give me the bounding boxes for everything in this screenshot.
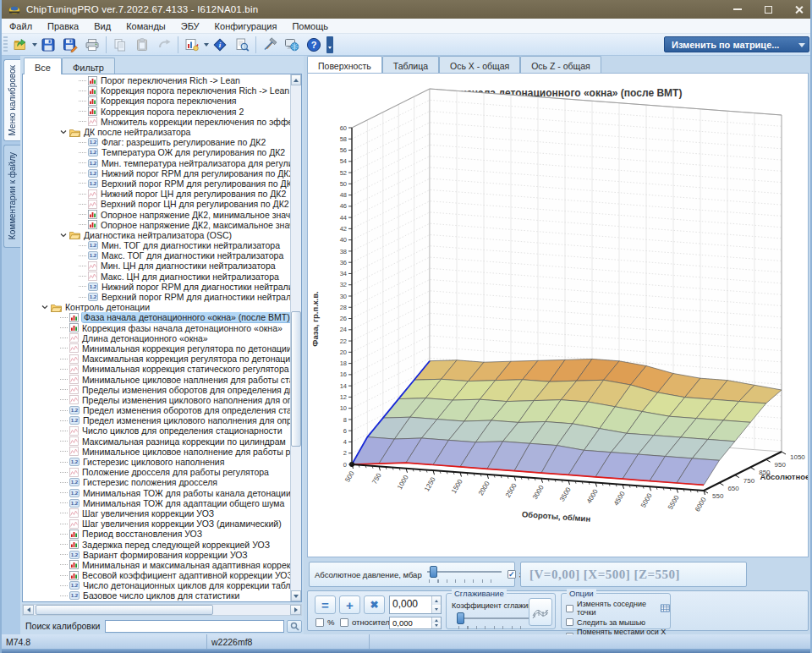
value-spinner[interactable]: 0,000 [389,595,442,614]
tree-item[interactable]: 1.2Верхний порог RPM для диагностики ней… [23,292,290,302]
tree-item[interactable]: 1.2Мин. температура нейтрализатора для р… [23,158,290,168]
tree-item[interactable]: 1.2Предел изменения циклового наполнения… [23,415,290,425]
scroll-up-button[interactable] [291,74,301,85]
pressure-slider[interactable] [427,566,502,583]
tree-item[interactable]: 1.2Флаг: разрешить регулирование по ДК2 [23,137,290,147]
tree-item[interactable]: Максимальная разница коррекции по цилинд… [23,436,290,447]
tree-item[interactable]: 1.2Гистерезис положения дросселя [23,477,290,487]
tree-vertical-scrollbar[interactable] [290,74,301,601]
tree-item[interactable]: Фаза начала детонационного «окна» (после… [23,312,290,322]
tab-all[interactable]: Все [24,58,62,74]
tree-folder[interactable]: ДК после нейтрализатора [23,127,290,137]
set-value-button[interactable]: = [315,595,336,614]
tree-item[interactable]: 1.2Гистерезис циклового наполнения [23,457,290,467]
tree-item[interactable]: Положение дросселя для работы регулятора [23,467,290,477]
close-button[interactable] [783,0,812,19]
toolbar-button-help[interactable]: ? [303,35,325,55]
toolbar-button-compare[interactable] [181,35,203,55]
follow-mouse-checkbox[interactable] [566,618,573,626]
toolbar-button-save-as[interactable] [59,35,81,55]
tree-item[interactable]: Нижний порог ЦН для регулирования по ДК2 [23,189,290,199]
tree-item[interactable]: Минимальное цикловое наплнения для работ… [23,374,290,384]
tree-item[interactable]: Пределы изменения циклового наполнения д… [23,395,290,405]
tree-item[interactable]: Макс. ЦН для диагностики нейтрализатора [23,272,290,282]
edit-neighbor-points-checkbox[interactable] [566,605,573,612]
toolbar-button-check-info[interactable]: i [209,35,231,55]
tree-item[interactable]: 1.2Базовое число циклов для статистики [23,590,290,601]
tree-item[interactable]: 1.2Мин. ТОГ для диагностики нейтрализато… [23,240,290,250]
tab-surface[interactable]: Поверхность [307,56,382,73]
expand-chevron-icon[interactable] [60,127,67,137]
menu-file[interactable]: Файл [2,19,40,34]
tree-item[interactable]: Коррекция порога переключения [23,96,290,106]
tree-item[interactable]: Задержка перед следующей коррекцией УОЗ [23,539,290,549]
tree-item[interactable]: Период восстановления УОЗ [23,529,290,539]
tree-item[interactable]: Минимальная и максимальная адаптивная ко… [23,560,290,570]
3d-checkbox[interactable] [508,570,516,579]
toolbar-button-internet[interactable] [281,35,303,55]
tree-item[interactable]: Длина детонационного «окна» [23,333,290,343]
edit-by-matrix-dropdown[interactable]: Изменить по матрице... [664,36,809,52]
multiply-value-button[interactable]: ✖ [364,595,385,614]
minimize-button[interactable] [722,0,753,19]
menu-view[interactable]: Вид [86,19,118,34]
menu-ecu[interactable]: ЭБУ [173,19,207,34]
tree-item[interactable]: Коррекция порога переключения 2 [23,107,290,117]
tree-item[interactable]: Коррекция порога переключения Rich -> Le… [23,85,290,96]
tree-item[interactable]: Весовой коэффициент адаптивной коррекции… [23,570,290,580]
spinner-buttons[interactable] [431,596,441,613]
search-button[interactable] [287,620,302,633]
tree-item[interactable]: 1.2Нижний порог RPM для регулирования по… [23,168,290,178]
tree-item[interactable]: Мин. ЦН для диагностики нейтрализатора [23,261,290,271]
toolbar-button-save[interactable] [37,35,59,55]
tree-item[interactable]: Порог переключения Rich -> Lean [23,75,290,85]
menu-configuration[interactable]: Конфигурация [207,19,285,34]
menu-help[interactable]: Помощь [284,19,336,34]
tree-item[interactable]: 1.2Минимальная ТОЖ для адаптации общего … [23,498,290,508]
tree-folder[interactable]: Контроль детонации [23,302,290,312]
expand-chevron-icon[interactable] [60,230,67,240]
horizontal-scroll-thumb[interactable] [36,605,213,615]
scroll-left-button[interactable] [23,605,34,615]
search-input[interactable] [105,620,284,633]
tree-item[interactable]: Минимальная коррекция регулятора по дето… [23,343,290,354]
toolbar-button-print[interactable] [81,35,103,55]
tab-axis-x[interactable]: Ось X - общая [439,56,520,73]
tree-item[interactable]: Шаг увеличения коррекции УОЗ [23,508,290,519]
side-tab-calibration-menu[interactable]: Меню калибровок [3,59,20,141]
relative-spinner[interactable]: 0,000 [389,617,442,629]
tree-item[interactable]: Минимальная коррекция статического регул… [23,364,290,374]
tree-item[interactable]: Опорное напряжение ДК2, максимальное зна… [23,220,290,230]
tree-item[interactable]: Множитель коррекции переключения по эффе… [23,117,290,127]
slider-thumb[interactable] [430,566,437,578]
menu-edit[interactable]: Правка [40,19,86,34]
percent-checkbox[interactable] [315,618,324,627]
tree-folder[interactable]: Диагностика нейтрализатора (OSC) [23,230,290,240]
relative-checkbox[interactable] [340,618,348,627]
toolbar-button-search-preview[interactable] [231,35,253,55]
tree-item[interactable]: 1.2Предел изменения оборотов для определ… [23,405,290,415]
tree-item[interactable]: Максимальная коррекция регулятора по дет… [23,354,290,364]
tree-item[interactable]: Шаг увеличения коррекции УОЗ (динамическ… [23,519,290,529]
tree-item[interactable]: 1.2Макс. ТОГ для диагностики нейтрализат… [23,250,290,261]
add-value-button[interactable]: + [339,595,360,614]
scroll-right-button[interactable] [290,605,301,615]
slider-thumb[interactable] [457,612,464,624]
surface-chart[interactable]: Фаза начала детонационного «окна» (после… [307,73,809,557]
smoothing-slider[interactable] [457,612,529,629]
tree-item[interactable]: Верхний порог ЦН для регулирования по ДК… [23,199,290,209]
tree-item[interactable]: Пределы изменения оборотов для определен… [23,385,290,395]
vertical-scroll-thumb[interactable] [291,311,301,447]
tree-item[interactable]: 1.2Верхний порог RPM для регулирования п… [23,178,290,189]
toolbar-overflow-button[interactable] [326,36,333,53]
tree-item[interactable]: 1.2Минимальная ТОЖ для работы канала дет… [23,488,290,498]
tab-filter[interactable]: Фильтр [62,58,115,74]
tree-item[interactable]: Коррекция фазы начала детонационного «ок… [23,323,290,333]
tree-item[interactable]: Опорное напряжение ДК2, минимальное знач… [23,209,290,219]
side-tab-file-comments[interactable]: Комментарии к файлу [3,145,20,248]
maximize-button[interactable] [753,0,783,19]
tab-table[interactable]: Таблица [382,56,439,73]
toolbar-button-tools[interactable] [259,35,281,55]
menu-commands[interactable]: Команды [118,19,173,34]
tree-item[interactable]: 1.2Нижний порог RPM для диагностики нейт… [23,282,290,292]
